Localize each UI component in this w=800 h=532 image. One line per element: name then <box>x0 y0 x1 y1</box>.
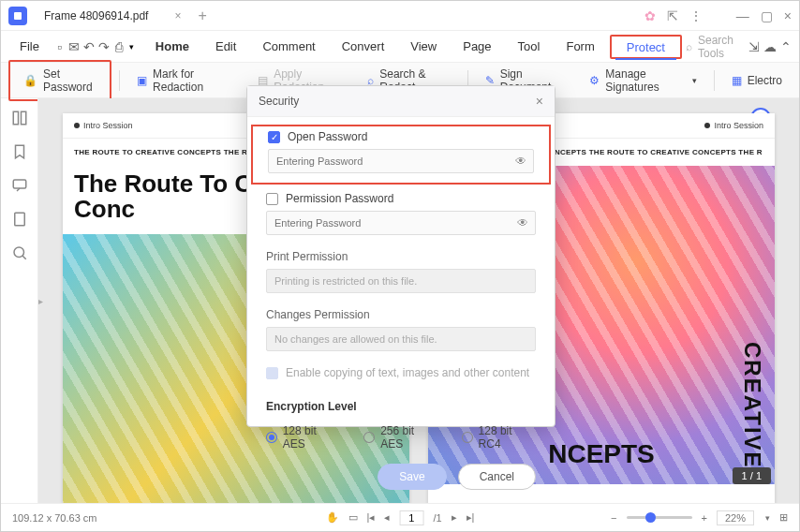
prev-page-icon[interactable]: ◂ <box>384 511 390 524</box>
permission-password-checkbox[interactable] <box>266 193 278 205</box>
more-icon[interactable]: ⋮ <box>689 8 703 23</box>
sidebar-expand-icon[interactable]: ▸ <box>38 296 43 306</box>
tab-filename: Frame 48096914.pdf <box>44 9 148 22</box>
zoom-dropdown-icon[interactable]: ▾ <box>765 513 770 523</box>
session-label-r: Intro Session <box>714 121 763 130</box>
dialog-title-text: Security <box>259 95 299 108</box>
mail-icon[interactable]: ✉ <box>68 36 80 58</box>
first-page-icon[interactable]: |◂ <box>367 511 376 524</box>
svg-rect-0 <box>14 12 22 20</box>
set-password-button[interactable]: 🔒 Set Password <box>14 64 106 97</box>
session-label: Intro Session <box>83 121 133 130</box>
open-password-label: Open Password <box>288 130 367 143</box>
svg-point-5 <box>14 247 24 258</box>
manage-signatures-button[interactable]: ⚙ Manage Signatures ▾ <box>580 64 705 97</box>
electro-label: Electro <box>748 74 782 87</box>
page-navigation: ✋ ▭ |◂ ◂ /1 ▸ ▸| <box>326 510 475 525</box>
open-password-checkbox[interactable]: ✓ <box>268 131 280 143</box>
menu-view[interactable]: View <box>399 36 448 57</box>
menu-tool[interactable]: Tool <box>507 36 552 57</box>
comment-icon[interactable] <box>11 177 28 194</box>
page-dimensions: 109.12 x 70.63 cm <box>12 512 97 524</box>
changes-permission-label: Changes Permission <box>266 308 536 321</box>
chevron-down-icon: ▾ <box>692 76 697 85</box>
search-icon: ⌕ <box>686 40 692 53</box>
search-placeholder: Search Tools <box>698 34 733 60</box>
new-tab-button[interactable]: + <box>198 7 206 24</box>
tab-close-icon[interactable]: × <box>174 9 181 22</box>
open-external-icon[interactable]: ⇲ <box>748 36 760 58</box>
statusbar: 109.12 x 70.63 cm ✋ ▭ |◂ ◂ /1 ▸ ▸| − + 2… <box>1 503 799 531</box>
page-count-badge: 1 / 1 <box>733 467 771 484</box>
manage-sig-label: Manage Signatures <box>605 67 684 94</box>
search-panel-icon[interactable] <box>11 244 28 261</box>
mark-redaction-button[interactable]: ▣ Mark for Redaction <box>127 64 241 97</box>
bookmark-icon[interactable] <box>11 143 28 160</box>
close-icon[interactable]: × <box>784 8 792 23</box>
dialog-titlebar: Security × <box>247 86 555 117</box>
save-icon[interactable]: ▫ <box>54 36 65 58</box>
cloud-sync-icon[interactable]: ☁ <box>763 36 777 58</box>
menu-page[interactable]: Page <box>452 36 502 57</box>
undo-icon[interactable]: ↶ <box>83 36 95 58</box>
divider <box>119 70 120 91</box>
chevron-up-icon[interactable]: ⌃ <box>780 36 792 58</box>
titlebar: Frame 48096914.pdf × + ✿ ⇱ ⋮ — ▢ × <box>1 1 799 31</box>
enable-copy-label: Enable copying of text, images and other… <box>286 366 529 379</box>
enable-copy-checkbox[interactable] <box>266 367 278 379</box>
eye-icon[interactable]: 👁 <box>517 216 528 229</box>
menu-home[interactable]: Home <box>144 36 200 57</box>
minimize-icon[interactable]: — <box>736 8 749 23</box>
enc-128-aes-radio[interactable]: 128 bit AES <box>266 424 339 451</box>
electro-button[interactable]: ▦ Electro <box>722 70 792 91</box>
hand-tool-icon[interactable]: ✋ <box>326 511 339 524</box>
print-icon[interactable]: ⎙ <box>113 36 124 58</box>
encryption-radio-group: 128 bit AES 256 bit AES 128 bit RC4 <box>247 419 555 456</box>
redo-icon[interactable]: ↷ <box>98 36 110 58</box>
enc-128-rc4-radio[interactable]: 128 bit RC4 <box>462 424 536 451</box>
attachment-icon[interactable] <box>11 211 28 228</box>
security-dialog: Security × ✓ Open Password 👁 Permission … <box>246 85 556 427</box>
enc-256-aes-radio[interactable]: 256 bit AES <box>363 424 437 451</box>
menubar: File ▫ ✉ ↶ ↷ ⎙ ▾ Home Edit Comment Conve… <box>1 31 799 63</box>
save-button[interactable]: Save <box>378 464 446 490</box>
permission-password-input[interactable] <box>266 211 536 235</box>
permission-password-label: Permission Password <box>286 192 393 205</box>
next-page-icon[interactable]: ▸ <box>452 511 457 524</box>
print-permission-select[interactable]: Printing is restricted on this file. <box>266 269 536 293</box>
changes-permission-select[interactable]: No changes are allowed on this file. <box>266 327 536 351</box>
lock-icon: 🔒 <box>23 74 37 87</box>
open-password-input[interactable] <box>268 149 534 173</box>
menu-form[interactable]: Form <box>555 36 605 57</box>
page-number-input[interactable] <box>399 510 423 525</box>
dialog-close-icon[interactable]: × <box>536 94 543 109</box>
menu-protect[interactable]: Protect <box>615 37 676 60</box>
menu-convert[interactable]: Convert <box>331 36 396 57</box>
manage-sig-icon: ⚙ <box>589 74 600 87</box>
file-menu[interactable]: File <box>8 36 51 57</box>
search-tools[interactable]: ⌕ Search Tools <box>686 34 733 60</box>
cloud-icon[interactable]: ✿ <box>644 8 656 23</box>
thumbnail-panel-icon[interactable] <box>11 110 28 126</box>
encryption-level-label: Encryption Level <box>266 400 536 413</box>
maximize-icon[interactable]: ▢ <box>761 8 773 23</box>
zoom-out-icon[interactable]: − <box>611 512 616 524</box>
select-tool-icon[interactable]: ▭ <box>348 511 358 524</box>
open-password-highlight: ✓ Open Password 👁 <box>251 125 551 185</box>
menu-comment[interactable]: Comment <box>251 36 326 57</box>
print-dropdown-icon[interactable]: ▾ <box>129 42 134 52</box>
zoom-slider[interactable] <box>627 516 692 519</box>
cancel-button[interactable]: Cancel <box>458 464 536 490</box>
last-page-icon[interactable]: ▸| <box>467 511 475 524</box>
creative-vertical-text: CREATIVE <box>739 342 765 469</box>
window-controls: ✿ ⇱ ⋮ — ▢ × <box>644 8 792 23</box>
zoom-value: 22% <box>717 510 754 525</box>
share-icon[interactable]: ⇱ <box>667 8 678 23</box>
eye-icon[interactable]: 👁 <box>515 155 526 168</box>
fit-page-icon[interactable]: ⊞ <box>779 511 788 524</box>
zoom-in-icon[interactable]: + <box>702 512 707 524</box>
document-tab[interactable]: Frame 48096914.pdf × <box>35 6 190 26</box>
svg-rect-1 <box>13 111 18 125</box>
electro-icon: ▦ <box>732 74 742 87</box>
menu-edit[interactable]: Edit <box>204 36 247 57</box>
